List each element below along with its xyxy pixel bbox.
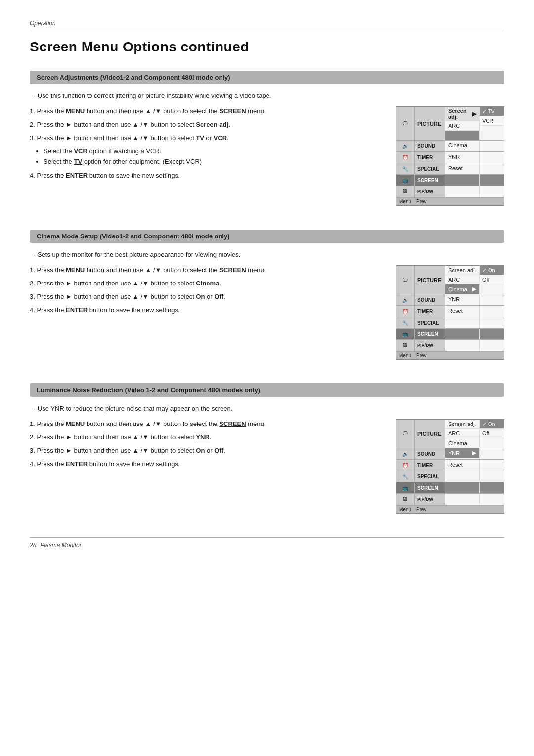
step1-screen-adj: 1. Press the MENU button and then use ▲ … [30, 106, 384, 116]
label-pip-3: PIP/DW [415, 494, 445, 505]
menu-row-picture: 🖵 PICTURE Screen adj. ▶ ARC ✓ TV VCR [396, 107, 504, 141]
label-sound-1: SOUND [415, 141, 445, 151]
menu-item-screen-adj-2: Screen adj. [445, 266, 479, 275]
right-empty-3 [480, 438, 504, 448]
icon-timer-3: ⏰ [396, 460, 415, 471]
page-title: Screen Menu Options continued [30, 39, 504, 55]
step2-cinema: 2. Press the ► button and then use ▲ /▼ … [30, 279, 384, 288]
step2-screen-adj: 2. Press the ► button and then use ▲ /▼ … [30, 120, 384, 130]
menu-item-cinema-1: Cinema [445, 141, 479, 150]
right-off-3: Off [480, 429, 504, 438]
icon-picture-3: 🖵 [396, 420, 415, 448]
label-picture: PICTURE [415, 107, 445, 140]
page-footer: 28 Plasma Monitor [30, 542, 504, 549]
menu-right-3: ✓ On Off [479, 420, 504, 448]
menu-bottom-bar-3: Menu Prev. [396, 505, 504, 513]
menu-right-1: ✓ TV VCR [479, 107, 504, 140]
right-tv: ✓ TV [480, 107, 504, 116]
step1-ynr: 1. Press the MENU button and then use ▲ … [30, 419, 384, 429]
footer-page-num: 28 [30, 542, 36, 549]
label-picture-3: PICTURE [415, 420, 445, 448]
section-header-ynr: Luminance Noise Reduction (Video 1-2 and… [30, 383, 504, 397]
menu-item-screen-adj-1: Screen adj. ▶ [445, 107, 479, 121]
steps-screen-adj: 1. Press the MENU button and then use ▲ … [30, 106, 384, 184]
icon-picture-2: 🖵 [396, 266, 415, 294]
section-label: Operation [30, 20, 504, 27]
steps-and-diagram-cinema: 1. Press the MENU button and then use ▲ … [30, 265, 504, 360]
menu-row-screen-3: 📺 SCREEN [396, 482, 504, 494]
menu-item-arc-3: ARC [445, 429, 479, 438]
bullet-vcr: Select the VCR option if watching a VCR. [44, 146, 384, 157]
label-special-3: SPECIAL [415, 471, 445, 482]
menu-row-screen-2: 📺 SCREEN [396, 329, 504, 340]
menu-row-special-2: 🔧 SPECIAL [396, 317, 504, 329]
icon-timer-1: ⏰ [396, 152, 415, 163]
right-empty-1 [480, 126, 504, 135]
label-timer-2: TIMER [415, 306, 445, 317]
menu-row-special-3: 🔧 SPECIAL [396, 471, 504, 482]
icon-special-2: 🔧 [396, 317, 415, 328]
menu-row-sound-2: 🔊 SOUND YNR [396, 294, 504, 306]
step3-cinema: 3. Press the ► button and then use ▲ /▼ … [30, 292, 384, 302]
step4-screen-adj: 4. Press the ENTER button to save the ne… [30, 171, 384, 181]
icon-timer-2: ⏰ [396, 306, 415, 317]
menu-item-arc-1: ARC [445, 121, 479, 131]
bottom-rule [30, 537, 504, 538]
right-off-2: Off [480, 275, 504, 284]
label-sound-2: SOUND [415, 294, 445, 305]
icon-pip-1: 🖼 [396, 186, 415, 197]
icon-screen-3: 📺 [396, 482, 415, 493]
top-rule [30, 30, 504, 30]
menu-row-pip-2: 🖼 PIP/DW [396, 340, 504, 351]
label-screen-2: SCREEN [415, 329, 445, 339]
menu-row-timer-1: ⏰ TIMER YNR [396, 152, 504, 163]
icon-sound-1: 🔊 [396, 141, 415, 151]
bullet-tv: Select the TV option for other equipment… [44, 157, 384, 167]
menu-diagram-screen-adj: 🖵 PICTURE Screen adj. ▶ ARC ✓ TV VCR 🔊 S… [396, 106, 504, 206]
right-empty-2 [480, 284, 504, 294]
menu-item-ynr-2: YNR [445, 294, 479, 304]
menu-row-pip-3: 🖼 PIP/DW [396, 494, 504, 505]
bottom-menu-label-1: Menu [399, 199, 411, 204]
label-timer-3: TIMER [415, 460, 445, 471]
menu-item-cinema-hl-2: Cinema ▶ [445, 284, 479, 294]
right-on-2: ✓ On [480, 266, 504, 275]
intro-text-cinema: - Sets up the monitor for the best pictu… [34, 251, 504, 258]
steps-cinema: 1. Press the MENU button and then use ▲ … [30, 265, 384, 319]
section-cinema: Cinema Mode Setup (Video1-2 and Componen… [30, 230, 504, 360]
menu-row-picture-3: 🖵 PICTURE Screen adj. ARC Cinema ✓ On Of… [396, 420, 504, 448]
footer-label: Plasma Monitor [40, 542, 81, 549]
step3-screen-adj: 3. Press the ► button and then use ▲ /▼ … [30, 133, 384, 143]
menu-row-picture-2: 🖵 PICTURE Screen adj. ARC Cinema ▶ ✓ On … [396, 266, 504, 294]
bottom-prev-label-3: Prev. [416, 507, 428, 512]
menu-row-timer-2: ⏰ TIMER Reset [396, 306, 504, 317]
menu-diagram-ynr: 🖵 PICTURE Screen adj. ARC Cinema ✓ On Of… [396, 419, 504, 514]
label-screen-3: SCREEN [415, 482, 445, 493]
label-pip-1: PIP/DW [415, 186, 445, 197]
bottom-menu-label-3: Menu [399, 507, 411, 512]
bullet-list-screen-adj: Select the VCR option if watching a VCR.… [44, 146, 384, 167]
menu-item-reset-1: Reset [445, 163, 479, 173]
menu-items-picture-2: Screen adj. ARC Cinema ▶ [445, 266, 479, 294]
icon-screen-2: 📺 [396, 329, 415, 339]
menu-item-ynr-hl-3: YNR ▶ [445, 448, 479, 458]
steps-ynr: 1. Press the MENU button and then use ▲ … [30, 419, 384, 473]
menu-item-reset-2: Reset [445, 306, 479, 315]
steps-and-diagram-ynr: 1. Press the MENU button and then use ▲ … [30, 419, 504, 514]
menu-row-special-1: 🔧 SPECIAL Reset [396, 163, 504, 175]
icon-screen-1: 📺 [396, 175, 415, 186]
label-sound-3: SOUND [415, 448, 445, 459]
menu-item-arc-2: ARC [445, 275, 479, 284]
bottom-prev-label-2: Prev. [416, 353, 428, 358]
menu-items-picture-3: Screen adj. ARC Cinema [445, 420, 479, 448]
menu-bottom-bar-1: Menu Prev. [396, 197, 504, 205]
icon-sound-3: 🔊 [396, 448, 415, 459]
bottom-prev-label-1: Prev. [416, 199, 428, 204]
label-special-2: SPECIAL [415, 317, 445, 328]
menu-row-sound-1: 🔊 SOUND Cinema [396, 141, 504, 152]
step4-cinema: 4. Press the ENTER button to save the ne… [30, 305, 384, 315]
menu-item-screen-adj-3: Screen adj. [445, 420, 479, 429]
icon-pip-2: 🖼 [396, 340, 415, 351]
label-timer-1: TIMER [415, 152, 445, 163]
section-screen-adj: Screen Adjustments (Video1-2 and Compone… [30, 71, 504, 206]
